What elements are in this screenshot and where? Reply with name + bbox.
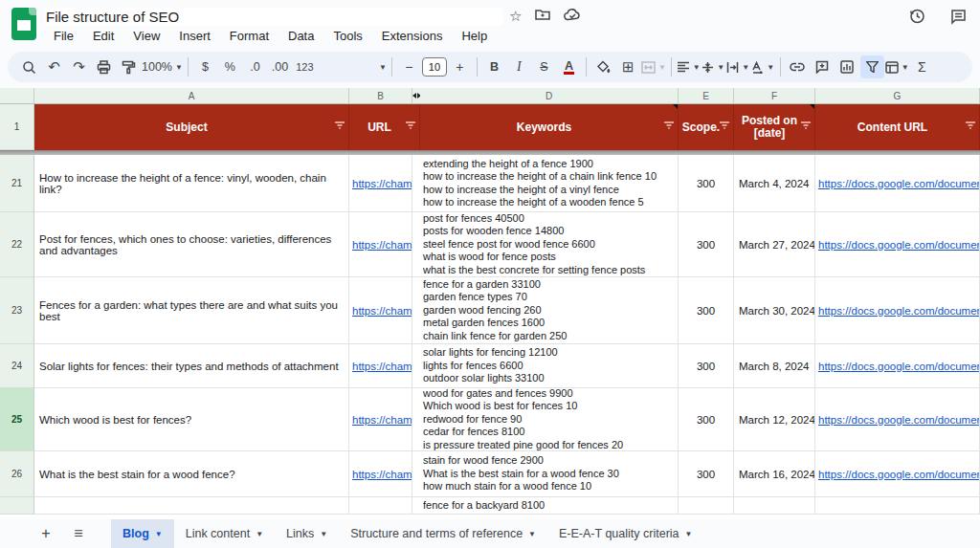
content-url-cell[interactable]: https://docs.google.com/document [815,344,980,388]
undo-icon[interactable]: ↶ [42,55,66,78]
strikethrough-button[interactable]: S [532,55,556,78]
keywords-cell[interactable]: stain for wood fence 2900 What is the be… [420,451,679,497]
bold-button[interactable]: B [482,55,506,78]
row-header-21[interactable]: 21 [0,155,34,212]
text-wrap-icon[interactable]: ▼ [726,55,750,78]
add-sheet-icon[interactable]: + [33,525,59,542]
content-url-link[interactable]: https://docs.google.com/document [818,414,980,426]
header-cell-scope-[interactable]: Scope. [679,104,734,150]
url-cell[interactable] [349,497,412,515]
column-header-B[interactable]: B [349,88,412,104]
insert-chart-icon[interactable] [835,55,859,78]
font-family-select[interactable]: ▼ [318,55,387,78]
create-filter-icon[interactable] [860,55,884,78]
menu-data[interactable]: Data [280,27,322,45]
subject-cell[interactable]: Fences for a garden: what types there ar… [34,277,349,344]
row-header-24[interactable]: 24 [0,344,34,388]
keywords-cell[interactable]: extending the height of a fence 1900 how… [420,155,679,212]
scope-cell[interactable]: 300 [679,155,734,212]
paint-format-icon[interactable] [117,55,141,78]
url-link[interactable]: https://chamb [352,361,412,372]
grid-corner-select-all[interactable] [0,88,34,104]
content-url-link[interactable]: https://docs.google.com/document [818,239,980,251]
url-cell[interactable]: https://chamb [349,451,412,497]
row-header-22[interactable]: 22 [0,212,34,277]
url-link[interactable]: https://chamb [352,414,412,426]
sheet-tab-blog[interactable]: Blog▼ [111,519,174,548]
header-cell-subject[interactable]: Subject [34,104,349,150]
content-url-cell[interactable]: https://docs.google.com/document [815,451,980,497]
posted-date-cell[interactable]: March 4, 2024 [734,155,815,212]
version-history-icon[interactable] [908,8,925,29]
zoom-select[interactable]: 100%▼ [142,55,183,78]
menu-insert[interactable]: Insert [171,27,218,45]
sheets-logo-icon[interactable] [11,8,36,40]
scope-cell[interactable]: 300 [679,344,734,388]
menu-file[interactable]: File [46,27,81,45]
italic-button[interactable]: I [507,55,531,78]
functions-button[interactable]: Σ [910,55,934,78]
decrease-decimals-button[interactable]: .0 [243,55,267,78]
url-cell[interactable]: https://chamb [349,212,412,277]
sheet-tab-e-e-a-t-quality-criteria[interactable]: E-E-A-T quality criteria▼ [547,519,703,548]
column-header-G[interactable]: G [815,88,980,104]
fill-color-icon[interactable] [591,55,615,78]
content-url-cell[interactable]: https://docs.google.com/document [815,388,980,451]
menu-edit[interactable]: Edit [85,27,122,45]
format-currency-button[interactable]: $ [193,55,217,78]
url-cell[interactable]: https://chamb [349,388,412,451]
keywords-cell[interactable]: post for fences 40500 posts for wooden f… [420,212,679,277]
content-url-link[interactable]: https://docs.google.com/document [818,469,980,480]
posted-date-cell[interactable]: March 30, 2024 [734,277,815,344]
header-cell-content-url[interactable]: Content URL [815,104,980,150]
filter-icon[interactable] [405,121,416,134]
scope-cell[interactable]: 300 [679,212,734,277]
search-icon[interactable] [17,55,41,78]
menu-extensions[interactable]: Extensions [374,27,451,45]
posted-date-cell[interactable] [734,497,815,515]
vertical-align-icon[interactable]: ▼ [702,55,725,78]
row-header-27[interactable] [0,497,34,515]
url-cell[interactable]: https://chamb [349,155,412,212]
column-header-F[interactable]: F [734,88,815,104]
posted-date-cell[interactable]: March 16, 2024 [734,451,815,497]
increase-font-size-button[interactable]: + [448,55,472,78]
star-icon[interactable]: ☆ [509,8,522,25]
subject-cell[interactable]: What is the best stain for a wood fence? [34,451,349,497]
subject-cell[interactable]: Post for fences, which ones to choose: v… [34,212,349,277]
posted-date-cell[interactable]: March 12, 2024 [734,388,815,451]
content-url-cell[interactable]: https://docs.google.com/document [815,277,980,344]
merge-cells-icon[interactable]: ▼ [641,55,666,78]
spreadsheet-title[interactable]: File structure of SEO [44,8,503,26]
content-url-cell[interactable] [815,497,980,515]
content-url-link[interactable]: https://docs.google.com/document [818,178,980,189]
filter-icon[interactable] [719,121,730,134]
subject-cell[interactable]: Solar lights for fences: their types and… [34,344,349,388]
insert-comment-icon[interactable] [811,55,835,78]
filter-views-icon[interactable]: ▼ [885,55,909,78]
menu-help[interactable]: Help [454,27,495,45]
filter-icon[interactable] [663,121,675,134]
subject-cell[interactable] [34,497,349,515]
keywords-cell[interactable]: solar lights for fencing 12100 lights fo… [420,344,679,388]
column-header-A[interactable]: A [34,88,349,104]
column-header-D[interactable]: D [420,88,679,104]
menu-tools[interactable]: Tools [325,27,369,45]
font-size-input[interactable]: 10 [422,57,447,77]
url-cell[interactable]: https://chamb [349,277,412,344]
borders-icon[interactable]: ⊞ [616,55,640,78]
text-rotation-icon[interactable]: ▼ [751,55,775,78]
row-header-1[interactable]: 1 [0,104,34,150]
move-to-folder-icon[interactable] [535,8,550,25]
hidden-column-indicator[interactable] [412,88,420,104]
more-formats-button[interactable]: 123 [293,55,317,78]
content-url-link[interactable]: https://docs.google.com/document [818,361,980,372]
keywords-cell[interactable]: wood for gates and fences 9900 Which woo… [420,388,679,451]
horizontal-align-icon[interactable]: ▼ [677,55,701,78]
scope-cell[interactable]: 300 [679,277,734,344]
print-icon[interactable] [92,55,116,78]
sheet-tab-link-content[interactable]: Link content▼ [174,519,275,548]
redo-icon[interactable]: ↷ [67,55,91,78]
row-header-23[interactable]: 23 [0,277,34,344]
decrease-font-size-button[interactable]: − [397,55,421,78]
